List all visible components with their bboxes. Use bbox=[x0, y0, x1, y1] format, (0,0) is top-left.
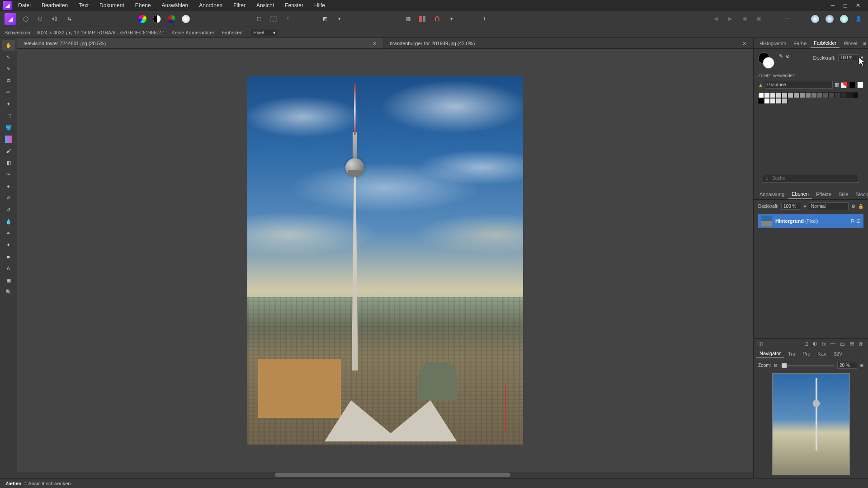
orb-c-icon[interactable] bbox=[839, 14, 849, 24]
orb-b-icon[interactable] bbox=[825, 14, 835, 24]
swatch-chip[interactable] bbox=[846, 92, 852, 98]
color-swatch[interactable] bbox=[758, 52, 774, 69]
flood-tool[interactable]: 🪣 bbox=[2, 122, 15, 133]
menu-dokument[interactable]: Dokument bbox=[95, 1, 129, 10]
info-icon[interactable]: ℹ bbox=[479, 14, 489, 24]
layer-blend-icon[interactable]: ◫ bbox=[758, 341, 763, 347]
close-icon[interactable]: × bbox=[743, 40, 746, 47]
mask-icon[interactable]: ◻ bbox=[804, 341, 808, 347]
zoom-slider[interactable] bbox=[780, 365, 835, 366]
canvas[interactable] bbox=[17, 49, 753, 472]
layer-visible-icon[interactable]: ☑ bbox=[856, 218, 861, 224]
swatch-chip[interactable] bbox=[758, 92, 764, 98]
paint-brush-tool[interactable]: 🖌 bbox=[2, 145, 15, 156]
cube-icon[interactable]: ⬡ bbox=[35, 14, 45, 24]
menu-auswählen[interactable]: Auswählen bbox=[157, 1, 193, 10]
swatch-chip[interactable] bbox=[799, 92, 805, 98]
tab-pro[interactable]: Pro bbox=[799, 350, 813, 358]
selection-brush-tool[interactable]: ✏ bbox=[2, 87, 15, 98]
swatch-chip[interactable] bbox=[805, 92, 811, 98]
swatch-chip[interactable] bbox=[811, 92, 817, 98]
tab-histogramm[interactable]: Histogramm bbox=[756, 39, 789, 47]
eyedropper-icon[interactable]: ✎ bbox=[779, 53, 783, 59]
snap-dropdown-icon[interactable]: ▾ bbox=[447, 14, 457, 24]
dodge-tool[interactable]: ● bbox=[2, 181, 15, 192]
swatch-chip[interactable] bbox=[776, 92, 782, 98]
tab-stile[interactable]: Stile bbox=[835, 190, 851, 198]
layer-opacity-input[interactable]: 100 % bbox=[781, 203, 801, 210]
pen-tool[interactable]: ✒ bbox=[2, 228, 15, 239]
tab-farbe[interactable]: Farbe bbox=[790, 39, 810, 47]
layer-gear-icon[interactable]: ⚙ bbox=[851, 204, 855, 209]
minimize-button[interactable]: ─ bbox=[828, 2, 837, 9]
white-circle-icon[interactable] bbox=[181, 14, 191, 24]
hand-tool[interactable]: ✋ bbox=[2, 40, 15, 51]
menu-filter[interactable]: Filter bbox=[229, 1, 250, 10]
swatch-chip[interactable] bbox=[793, 92, 799, 98]
swatch-none-icon[interactable] bbox=[841, 82, 847, 88]
dropdown-arrow-icon[interactable]: ▾ bbox=[335, 14, 344, 24]
tab-ebenen[interactable]: Ebenen bbox=[788, 190, 812, 199]
selection-off-icon[interactable] bbox=[269, 14, 278, 24]
zoom-tool[interactable]: 🔍 bbox=[2, 286, 15, 297]
bw-circle-icon[interactable] bbox=[152, 14, 162, 24]
swatch-chip[interactable] bbox=[782, 98, 788, 104]
swatch-chip[interactable] bbox=[788, 92, 793, 98]
tab-stock[interactable]: Stock bbox=[852, 190, 868, 198]
rgb-circle-icon[interactable] bbox=[166, 14, 176, 24]
layer-link-icon[interactable]: ⎘ bbox=[851, 218, 854, 224]
doc-tab[interactable]: television-tower-7244801.jpg (20.5%)× bbox=[17, 38, 383, 48]
inpaint-tool[interactable]: ✐ bbox=[2, 192, 15, 203]
navigator-preview[interactable] bbox=[772, 373, 850, 475]
fx-icon[interactable]: fx bbox=[822, 341, 826, 347]
gradient-tool[interactable] bbox=[2, 134, 15, 145]
close-button[interactable]: ✕ bbox=[854, 2, 863, 9]
swatch-chip[interactable] bbox=[782, 92, 788, 98]
palette-select[interactable]: Grautöne bbox=[765, 81, 833, 89]
account-icon[interactable]: 👤 bbox=[854, 14, 863, 24]
snap-icon[interactable] bbox=[432, 14, 442, 24]
blend-mode-select[interactable]: Normal bbox=[809, 202, 849, 210]
healing-tool[interactable]: ✦ bbox=[2, 239, 15, 250]
tab-kan[interactable]: Kan bbox=[814, 350, 830, 358]
menu-ebene[interactable]: Ebene bbox=[131, 1, 156, 10]
tab-pinsel[interactable]: Pinsel bbox=[840, 39, 860, 47]
tab-navigator[interactable]: Navigator bbox=[756, 349, 784, 358]
close-icon[interactable]: × bbox=[373, 40, 377, 47]
layer-row[interactable]: Hintergrund (Pixel) ⎘ ☑ bbox=[758, 214, 863, 228]
menu-datei[interactable]: Datei bbox=[14, 1, 35, 10]
mesh-tool[interactable]: ▦ bbox=[2, 275, 15, 286]
sound-icon[interactable]: ⟪⟫ bbox=[50, 14, 60, 24]
zoom-out-icon[interactable]: ⊖ bbox=[774, 363, 777, 368]
swatch-chip[interactable] bbox=[829, 92, 835, 98]
swatch-chip[interactable] bbox=[764, 98, 770, 104]
quickmask-icon[interactable]: ◩ bbox=[320, 14, 330, 24]
opacity-input[interactable]: 100 % bbox=[838, 54, 858, 61]
clone-tool[interactable]: ✑ bbox=[2, 169, 15, 180]
swatch-chip[interactable] bbox=[770, 98, 776, 104]
share-icon[interactable]: ⇆ bbox=[64, 14, 74, 24]
panel-menu-icon[interactable]: ≡ bbox=[861, 41, 868, 46]
add-layer-icon[interactable]: ▤ bbox=[849, 341, 854, 347]
panel-menu-icon[interactable]: ≡ bbox=[859, 351, 865, 357]
none-swatch-icon[interactable]: ⊘ bbox=[786, 53, 790, 59]
menu-bearbeiten[interactable]: Bearbeiten bbox=[37, 1, 72, 10]
swatch-chip[interactable] bbox=[823, 92, 829, 98]
swatch-chip[interactable] bbox=[758, 98, 764, 104]
tab-farbfelder[interactable]: Farbfelder bbox=[811, 39, 840, 48]
zoom-in-icon[interactable]: ⊕ bbox=[860, 363, 863, 368]
swatch-black-icon[interactable] bbox=[849, 82, 855, 88]
tab-effekte[interactable]: Effekte bbox=[813, 190, 835, 198]
color-wheel-icon[interactable] bbox=[137, 14, 147, 24]
crop-tool[interactable]: ⧉ bbox=[2, 75, 15, 86]
palette-grid-icon[interactable]: ▦ bbox=[835, 82, 839, 88]
persona-icon[interactable]: ◢ bbox=[5, 13, 16, 25]
grid-icon[interactable]: ▦ bbox=[403, 14, 413, 24]
swatch-chip[interactable] bbox=[840, 92, 846, 98]
swatch-chip[interactable] bbox=[852, 92, 858, 98]
circle-tool-icon[interactable]: ◯ bbox=[21, 14, 31, 24]
doc-tab[interactable]: brandenburger-tor-201939.jpg (43.0%)× bbox=[383, 38, 753, 48]
erase-tool[interactable]: ◧ bbox=[2, 157, 15, 168]
delete-layer-icon[interactable]: 🗑 bbox=[859, 341, 863, 347]
swatch-chip[interactable] bbox=[817, 92, 823, 98]
